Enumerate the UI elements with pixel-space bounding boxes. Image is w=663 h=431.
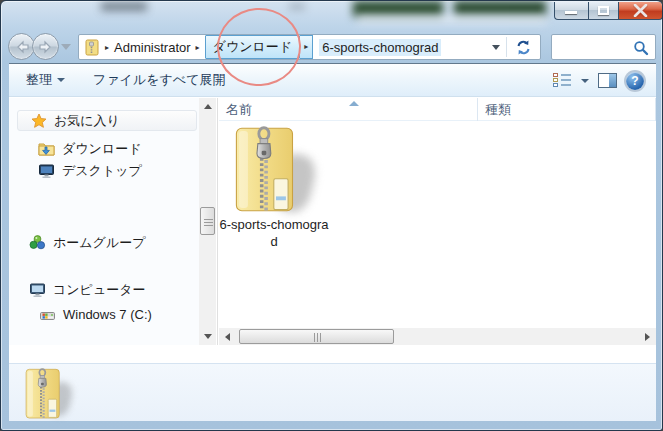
close-button[interactable] — [619, 2, 663, 20]
sidebar-item-label: ホームグループ — [53, 234, 146, 252]
breadcrumb-separator-icon: ▸ — [100, 43, 114, 52]
file-list-pane: 名前 種類 — [219, 98, 656, 345]
address-bar[interactable]: ▸ Administrator ▸ ダウンロード ▸ 6-sports-chom… — [78, 34, 541, 60]
caption-button-group — [554, 2, 663, 20]
computer-icon — [29, 282, 46, 298]
explorer-window: ▸ Administrator ▸ ダウンロード ▸ 6-sports-chom… — [0, 0, 663, 431]
desktop-icon — [38, 163, 55, 179]
horizontal-scrollbar[interactable] — [219, 328, 656, 345]
refresh-button[interactable] — [509, 37, 537, 57]
column-header-row: 名前 種類 — [219, 98, 656, 121]
navigation-pane: お気に入り ダウンロード デスクトップ — [9, 98, 199, 345]
sidebar-item-label: お気に入り — [54, 112, 120, 130]
sidebar-item-desktop[interactable]: デスクトップ — [38, 160, 142, 181]
sidebar-item-homegroup[interactable]: ホームグループ — [29, 232, 146, 253]
thumb-grip — [204, 219, 213, 220]
recent-pages-caret[interactable] — [61, 44, 71, 50]
file-name-label: 6-sports-chomograd — [219, 216, 329, 250]
titlebar-blur-smudge — [101, 2, 147, 11]
titlebar-blur-light — [357, 15, 547, 24]
titlebar-blur-green — [353, 1, 443, 17]
sidebar-item-label: デスクトップ — [62, 162, 142, 180]
command-toolbar: 整理 ファイルをすべて展開 ? — [9, 64, 656, 97]
organize-label: 整理 — [26, 71, 52, 89]
homegroup-icon — [29, 234, 46, 251]
titlebar-blur-smudge — [289, 3, 305, 10]
zip-folder-icon — [231, 126, 299, 214]
views-icon[interactable] — [553, 73, 572, 88]
column-header-name[interactable]: 名前 — [219, 98, 478, 121]
search-icon — [633, 40, 649, 56]
column-header-label: 種類 — [485, 102, 511, 117]
address-dropdown-caret[interactable] — [492, 45, 500, 50]
views-caret-icon[interactable] — [581, 79, 589, 83]
refresh-icon — [515, 39, 532, 56]
breadcrumb-item-downloads[interactable]: ダウンロード — [205, 35, 301, 59]
file-item-zip[interactable]: 6-sports-chomograd — [219, 126, 349, 266]
forward-button[interactable] — [32, 33, 59, 60]
sidebar-item-label: コンピューター — [53, 281, 146, 299]
help-button[interactable]: ? — [626, 72, 644, 90]
maximize-button[interactable] — [588, 2, 619, 20]
close-icon — [633, 4, 648, 17]
zip-folder-icon — [23, 368, 63, 420]
pane-divider[interactable] — [217, 98, 218, 345]
scroll-right-button[interactable] — [639, 328, 656, 345]
preview-pane-button[interactable] — [598, 73, 617, 88]
breadcrumb-separator-icon: ▸ — [191, 43, 205, 52]
sidebar-item-label: Windows 7 (C:) — [63, 307, 152, 322]
triangle-down-icon — [204, 334, 212, 339]
breadcrumb-item-current[interactable]: 6-sports-chomograd — [319, 39, 441, 56]
column-header-label: 名前 — [226, 102, 252, 117]
triangle-left-icon — [225, 333, 230, 341]
back-icon — [14, 40, 30, 54]
sidebar-item-drive-c[interactable]: Windows 7 (C:) — [39, 304, 152, 325]
zip-folder-icon — [85, 39, 100, 56]
search-input[interactable] — [551, 34, 656, 60]
details-pane — [9, 363, 656, 421]
forward-icon — [38, 40, 54, 54]
downloads-folder-icon — [38, 141, 55, 157]
sidebar-item-label: ダウンロード — [62, 140, 142, 158]
back-button[interactable] — [8, 33, 35, 60]
client-area: 整理 ファイルをすべて展開 ? お気に入り — [9, 63, 656, 421]
vertical-scroll-thumb[interactable] — [200, 207, 215, 235]
sidebar-item-favorites[interactable]: お気に入り — [17, 110, 197, 131]
star-icon — [31, 113, 47, 129]
scroll-up-button[interactable] — [199, 98, 216, 115]
sidebar-item-computer[interactable]: コンピューター — [29, 279, 146, 300]
minimize-icon — [565, 11, 577, 14]
triangle-up-icon — [204, 104, 212, 109]
minimize-button[interactable] — [554, 2, 588, 20]
address-separator — [506, 37, 507, 57]
toolbar-right-group: ? — [553, 64, 648, 97]
sort-ascending-icon — [349, 101, 359, 106]
scroll-down-button[interactable] — [199, 328, 216, 345]
breadcrumb-item-administrator[interactable]: Administrator — [114, 40, 191, 55]
titlebar-blur-green — [454, 1, 546, 16]
column-header-type[interactable]: 種類 — [478, 98, 656, 121]
organize-button[interactable]: 整理 — [26, 71, 65, 89]
sidebar-item-downloads[interactable]: ダウンロード — [38, 138, 142, 159]
maximize-icon — [598, 6, 609, 15]
extract-all-button[interactable]: ファイルをすべて展開 — [93, 71, 225, 89]
thumb-grip — [314, 333, 315, 342]
breadcrumb-expand-caret[interactable]: ▸ — [300, 35, 313, 59]
triangle-right-icon — [645, 333, 650, 341]
scroll-left-button[interactable] — [219, 328, 236, 345]
sidebar-vertical-scrollbar[interactable] — [199, 98, 216, 345]
horizontal-scroll-thumb[interactable] — [239, 329, 394, 344]
organize-caret-icon — [57, 78, 65, 82]
drive-icon — [39, 307, 56, 323]
